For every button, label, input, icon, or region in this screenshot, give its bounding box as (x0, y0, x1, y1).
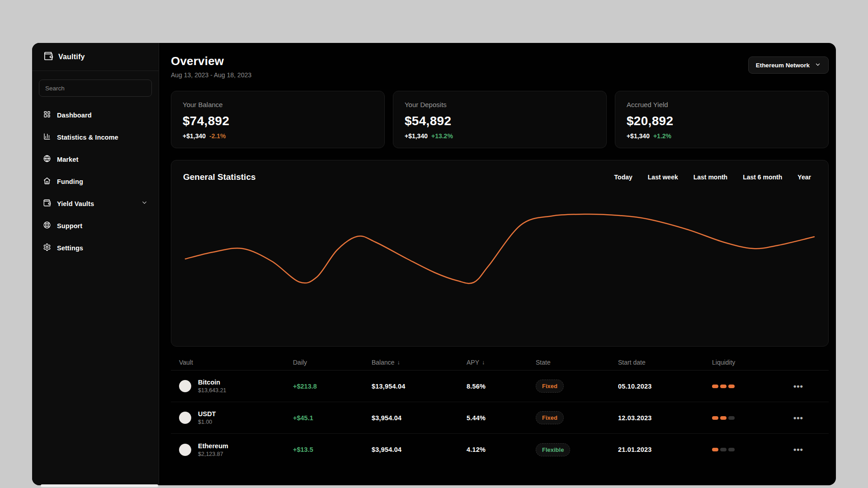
network-selector-button[interactable]: Ethereum Network (748, 56, 829, 74)
accrued-yield-card: Accrued Yield $20,892 +$1,340 +1.2% (615, 91, 829, 148)
state-badge: Fixed (536, 380, 564, 393)
vaults-table: Vault Daily Balance↓ APY↓ State Start da… (171, 354, 829, 465)
section-title: General Statistics (183, 172, 256, 182)
home-icon (43, 177, 51, 187)
sort-down-icon: ↓ (482, 359, 485, 366)
line-chart-svg (171, 182, 828, 339)
wallet-logo-icon (43, 51, 53, 63)
globe-icon (43, 155, 51, 164)
row-actions-menu[interactable]: ••• (793, 448, 829, 451)
filter-year[interactable]: Year (797, 174, 811, 181)
state-badge: Fixed (536, 411, 564, 424)
page-title: Overview (171, 54, 251, 68)
sidebar-item-statistics-income[interactable]: Statistics & Income (38, 128, 153, 146)
sidebar: Vaultify Dashboard (32, 43, 159, 485)
coin-name: Ethereum (198, 442, 228, 450)
sidebar-item-market[interactable]: Market (38, 150, 153, 169)
row-actions-menu[interactable]: ••• (793, 385, 829, 388)
sidebar-item-yield-vaults[interactable]: Yield Vaults (38, 194, 153, 213)
logo: Vaultify (32, 43, 159, 71)
apy-value: 8.56% (467, 383, 536, 390)
col-start-date[interactable]: Start date (618, 359, 712, 366)
usdt-coin-icon (179, 412, 191, 424)
col-balance[interactable]: Balance↓ (372, 359, 467, 366)
deposits-card: Your Deposits $54,892 +$1,340 +13.2% (393, 91, 607, 148)
sidebar-item-label: Dashboard (57, 112, 92, 119)
daily-change: +$213.8 (293, 383, 372, 390)
table-row-usdt[interactable]: USDT $1.00 +$45.1 $3,954.04 5.44% Fixed … (171, 402, 829, 434)
card-delta: -2.1% (209, 132, 226, 140)
col-apy[interactable]: APY↓ (467, 359, 536, 366)
sidebar-item-label: Market (57, 156, 78, 163)
network-selector-label: Ethereum Network (756, 62, 810, 69)
filter-last-week[interactable]: Last week (648, 174, 678, 181)
general-statistics-panel: General Statistics Today Last week Last … (171, 160, 829, 347)
dashboard-grid-icon (43, 110, 51, 120)
sort-down-icon: ↓ (397, 359, 401, 366)
coin-name: Bitcoin (198, 379, 226, 386)
main-content: Overview Aug 13, 2023 - Aug 18, 2023 Eth… (159, 43, 836, 485)
liquidity-indicator (712, 385, 793, 388)
table-row-bitcoin[interactable]: Bitcoin $13,643.21 +$213.8 $13,954.04 8.… (171, 371, 829, 402)
filter-last-month[interactable]: Last month (693, 174, 727, 181)
start-date: 05.10.2023 (618, 383, 712, 390)
time-filters: Today Last week Last month Last 6 month … (614, 174, 811, 181)
app-title: Vaultify (58, 53, 85, 61)
daily-change: +$13.5 (293, 446, 372, 453)
horizontal-scrollbar[interactable] (41, 484, 158, 487)
liquidity-indicator (712, 416, 793, 420)
balance-value: $3,954.04 (372, 446, 467, 453)
balance-card: Your Balance $74,892 +$1,340 -2.1% (171, 91, 385, 148)
table-row-ethereum[interactable]: Ethereum $2,123.87 +$13.5 $3,954.04 4.12… (171, 434, 829, 465)
col-liquidity[interactable]: Liquidity (712, 359, 793, 366)
chevron-down-icon[interactable] (141, 199, 148, 208)
sidebar-item-label: Settings (57, 244, 83, 252)
bar-chart-icon (43, 132, 51, 142)
apy-value: 5.44% (467, 414, 536, 422)
sidebar-nav: Dashboard Statistics & Income Market (32, 99, 159, 268)
card-change: +$1,340 (405, 132, 428, 140)
col-vault[interactable]: Vault (179, 359, 293, 366)
card-value: $20,892 (627, 114, 817, 128)
coin-name: USDT (198, 410, 216, 418)
sidebar-item-settings[interactable]: Settings (38, 239, 153, 257)
performance-line-chart (171, 182, 828, 339)
col-daily[interactable]: Daily (293, 359, 372, 366)
card-label: Accrued Yield (627, 101, 817, 108)
col-state[interactable]: State (536, 359, 618, 366)
card-value: $74,892 (183, 114, 373, 128)
sidebar-item-funding[interactable]: Funding (38, 172, 153, 191)
card-delta: +13.2% (431, 132, 453, 140)
date-range: Aug 13, 2023 - Aug 18, 2023 (171, 71, 251, 79)
apy-value: 4.12% (467, 446, 536, 453)
filter-today[interactable]: Today (614, 174, 632, 181)
sidebar-item-support[interactable]: Support (38, 216, 153, 235)
daily-change: +$45.1 (293, 414, 372, 422)
wallet-icon (43, 199, 51, 209)
sidebar-item-label: Statistics & Income (57, 134, 118, 141)
coin-price: $2,123.87 (198, 451, 228, 457)
liquidity-indicator (712, 448, 793, 451)
app-window: Vaultify Dashboard (32, 43, 836, 485)
filter-last-6-month[interactable]: Last 6 month (743, 174, 782, 181)
gear-icon (43, 243, 51, 253)
chevron-down-icon (815, 61, 821, 69)
search-input[interactable] (39, 80, 152, 97)
sidebar-item-label: Support (57, 222, 82, 230)
lifebuoy-icon (43, 221, 51, 231)
sidebar-item-label: Funding (57, 178, 83, 185)
card-change: +$1,340 (183, 132, 206, 140)
card-value: $54,892 (405, 114, 595, 128)
balance-value: $13,954.04 (372, 383, 467, 390)
card-delta: +1.2% (653, 132, 671, 140)
card-label: Your Deposits (405, 101, 595, 108)
ethereum-coin-icon (179, 444, 191, 456)
state-badge: Flexible (536, 443, 570, 456)
sidebar-item-dashboard[interactable]: Dashboard (38, 106, 153, 124)
row-actions-menu[interactable]: ••• (793, 416, 829, 420)
sidebar-item-label: Yield Vaults (57, 200, 94, 207)
balance-value: $3,954.04 (372, 414, 467, 422)
stat-cards: Your Balance $74,892 +$1,340 -2.1% Your … (171, 91, 829, 148)
bitcoin-coin-icon (179, 380, 191, 392)
table-header: Vault Daily Balance↓ APY↓ State Start da… (171, 354, 829, 371)
